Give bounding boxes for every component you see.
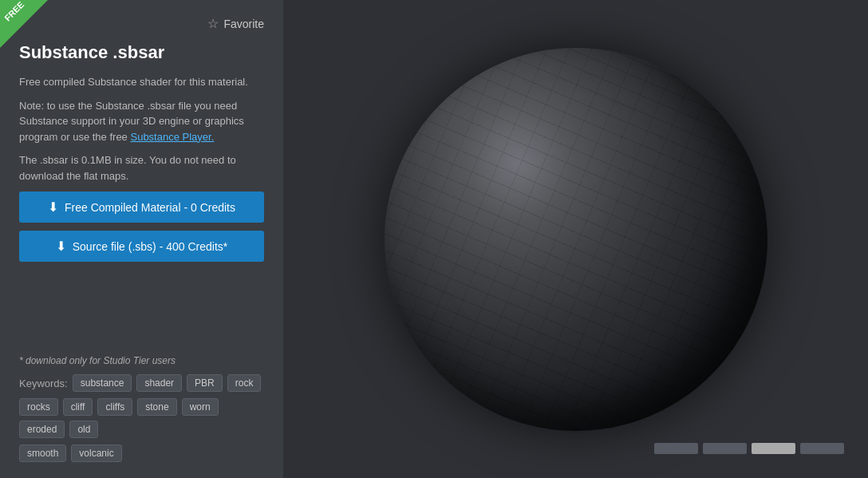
- note-text: Note: to use the Substance .sbsar file y…: [19, 98, 264, 145]
- substance-player-link[interactable]: Substance Player.: [130, 131, 214, 143]
- size-text: The .sbsar is 0.1MB in size. You do not …: [19, 152, 264, 184]
- keyword-tag-shader[interactable]: shader: [136, 374, 182, 392]
- free-download-button[interactable]: ⬇ Free Compiled Material - 0 Credits: [19, 192, 264, 223]
- keyword-tag-worn[interactable]: worn: [182, 398, 219, 416]
- keyword-tag-pbr[interactable]: PBR: [187, 374, 223, 392]
- favorite-bar: ☆ Favorite: [19, 16, 264, 31]
- keywords-row-3: smooth volcanic: [19, 444, 264, 462]
- sphere-container: [369, 32, 783, 447]
- source-download-button[interactable]: ⬇ Source file (.sbs) - 400 Credits*: [19, 231, 264, 262]
- favorite-icon[interactable]: ☆: [207, 16, 219, 31]
- keywords-label: Keywords:: [19, 377, 68, 389]
- keywords-row-2: rocks cliff cliffs stone worn eroded old: [19, 398, 264, 438]
- keyword-tag-volcanic[interactable]: volcanic: [71, 444, 121, 462]
- keywords-container: Keywords: substance shader PBR rock: [19, 374, 264, 392]
- keyword-tag-substance[interactable]: substance: [73, 374, 132, 392]
- keywords-section: Keywords: substance shader PBR rock rock…: [19, 374, 264, 462]
- keyword-tag-rocks[interactable]: rocks: [19, 398, 58, 416]
- keyword-tag-eroded[interactable]: eroded: [19, 421, 65, 438]
- keyword-tag-cliff[interactable]: cliff: [63, 398, 93, 416]
- material-sphere: [385, 48, 767, 431]
- keyword-tag-stone[interactable]: stone: [137, 398, 176, 416]
- keyword-tag-old[interactable]: old: [69, 421, 98, 438]
- left-panel: ☆ Favorite Substance .sbsar Free compile…: [0, 0, 283, 478]
- thumbnail-nav: [654, 443, 844, 454]
- free-download-label: Free Compiled Material - 0 Credits: [65, 201, 235, 214]
- download-icon-2: ⬇: [56, 239, 66, 254]
- studio-note: * download only for Studio Tier users: [19, 355, 264, 366]
- favorite-label[interactable]: Favorite: [223, 18, 264, 30]
- thumb-1[interactable]: [654, 443, 698, 454]
- keyword-tag-smooth[interactable]: smooth: [19, 444, 66, 462]
- keyword-tag-rock[interactable]: rock: [227, 374, 262, 392]
- thumb-3[interactable]: [752, 443, 795, 454]
- right-panel: [283, 0, 868, 478]
- source-download-label: Source file (.sbs) - 400 Credits*: [73, 240, 228, 253]
- main-description: Free compiled Substance shader for this …: [19, 74, 264, 90]
- thumb-4[interactable]: [800, 443, 844, 454]
- thumb-2[interactable]: [703, 443, 747, 454]
- page-title: Substance .sbsar: [19, 42, 264, 63]
- keyword-tag-cliffs[interactable]: cliffs: [97, 398, 132, 416]
- download-icon-1: ⬇: [48, 199, 58, 215]
